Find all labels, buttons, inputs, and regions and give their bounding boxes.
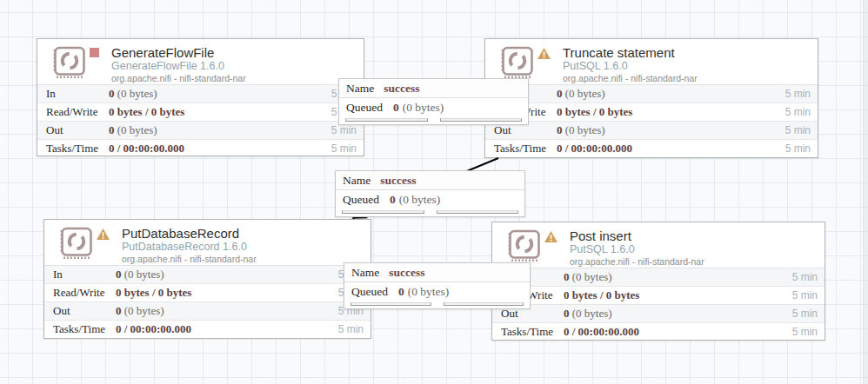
- stat-label: Tasks/Time: [37, 142, 109, 156]
- processor-stamp-icon: [50, 45, 88, 80]
- queue-count-bar: [345, 118, 428, 122]
- stat-value: 0 bytes / 0 bytes: [109, 105, 331, 119]
- stopped-icon: [90, 48, 99, 57]
- connection-queued-key: Queued: [346, 101, 383, 115]
- processor-putdatabaserecord[interactable]: PutDatabaseRecord PutDatabaseRecord 1.6.…: [43, 219, 371, 339]
- processor-bundle: org.apache.nifi - nifi-standard-nar: [122, 254, 257, 265]
- stat-label: In: [44, 268, 116, 281]
- stat-window: 5 min: [785, 142, 818, 155]
- stat-row: Tasks/Time0 / 00:00:00.0005 min: [44, 320, 371, 338]
- stat-value: 0 (0 bytes): [109, 123, 331, 137]
- connection-name-key: Name: [343, 174, 371, 188]
- stat-row: Out0 (0 bytes)5 min: [492, 304, 825, 322]
- processor-header: Post insert PutSQL 1.6.0 org.apache.nifi…: [492, 222, 825, 268]
- processor-name: GenerateFlowFile: [111, 45, 246, 60]
- processor-type: PutSQL 1.6.0: [563, 60, 698, 73]
- processor-stamp-icon: [497, 45, 536, 80]
- stat-window: 5 min: [792, 289, 825, 301]
- processor-bundle: org.apache.nifi - nifi-standard-nar: [111, 73, 246, 84]
- processor-stats: In0 (0 bytes)5 minRead/Write0 bytes / 0 …: [492, 268, 825, 341]
- connection-queued-size: (0 bytes): [399, 193, 441, 207]
- stat-value: 0 / 00:00:00.000: [116, 322, 338, 336]
- stat-row: In0 (0 bytes)5 min: [492, 268, 825, 286]
- connection-name-value: success: [389, 266, 424, 280]
- queue-percent-bars: [339, 117, 528, 124]
- stat-row: In0 (0 bytes)5 min: [44, 265, 371, 283]
- nifi-canvas[interactable]: GenerateFlowFile GenerateFlowFile 1.6.0 …: [0, 0, 868, 384]
- stat-value: 0 (0 bytes): [564, 307, 792, 321]
- connection-queued-key: Queued: [343, 193, 379, 207]
- queue-percent-bars: [336, 209, 524, 216]
- connection-queued-size: (0 bytes): [403, 101, 444, 115]
- stat-window: 5 min: [792, 326, 825, 338]
- connection-queued-count: 0: [398, 285, 404, 299]
- stat-window: 5 min: [785, 106, 818, 118]
- queue-count-bar: [342, 210, 424, 214]
- connection-queued-count: 0: [390, 193, 396, 207]
- stat-window: 5 min: [331, 124, 364, 136]
- warning-icon: [544, 231, 558, 242]
- connection-name-key: Name: [346, 82, 374, 96]
- stat-value: 0 (0 bytes): [557, 123, 785, 137]
- processor-name: Truncate statement: [563, 45, 698, 60]
- connection-name-key: Name: [351, 266, 379, 280]
- connection-name-value: success: [384, 82, 419, 96]
- stat-window: 5 min: [338, 323, 371, 335]
- stat-row: In0 (0 bytes)5 min: [485, 84, 818, 103]
- stat-value: 0 (0 bytes): [109, 87, 331, 101]
- connection-label-success-3[interactable]: Name success Queued 0 (0 bytes): [344, 262, 531, 309]
- stat-value: 0 bytes / 0 bytes: [116, 286, 338, 300]
- stat-row: Tasks/Time0 / 00:00:00.0005 min: [37, 139, 364, 157]
- processor-header: GenerateFlowFile GenerateFlowFile 1.6.0 …: [37, 39, 364, 84]
- queue-percent-bars: [344, 301, 530, 308]
- connection-queued-size: (0 bytes): [408, 285, 450, 299]
- processor-name: PutDatabaseRecord: [122, 226, 257, 241]
- stat-window: 5 min: [785, 124, 818, 136]
- stat-row: In0 (0 bytes)5 min: [37, 84, 364, 103]
- processor-truncate-statement[interactable]: Truncate statement PutSQL 1.6.0 org.apac…: [484, 38, 818, 158]
- stat-window: 5 min: [785, 88, 818, 100]
- processor-stats: In0 (0 bytes)5 minRead/Write0 bytes / 0 …: [37, 84, 364, 157]
- stat-row: Tasks/Time0 / 00:00:00.0005 min: [492, 322, 825, 341]
- canvas-right-edge: [863, 0, 868, 384]
- warning-icon: [537, 48, 551, 59]
- stat-row: Read/Write0 bytes / 0 bytes5 min: [492, 286, 825, 304]
- processor-post-insert[interactable]: Post insert PutSQL 1.6.0 org.apache.nifi…: [491, 222, 825, 341]
- stat-label: Tasks/Time: [485, 142, 557, 156]
- stat-label: Out: [37, 123, 109, 137]
- connection-label-success-2[interactable]: Name success Queued 0 (0 bytes): [335, 170, 525, 217]
- stat-value: 0 bytes / 0 bytes: [557, 105, 785, 119]
- processor-type: PutSQL 1.6.0: [570, 243, 704, 256]
- stat-row: Out0 (0 bytes)5 min: [44, 301, 371, 320]
- queue-size-bar: [444, 302, 524, 306]
- processor-bundle: org.apache.nifi - nifi-standard-nar: [563, 73, 698, 84]
- processor-stamp-icon: [504, 228, 543, 263]
- processor-stats: In0 (0 bytes)5 minRead/Write0 bytes / 0 …: [485, 84, 818, 157]
- stat-label: Tasks/Time: [44, 322, 116, 336]
- queue-size-bar: [437, 210, 519, 214]
- stat-window: 5 min: [792, 308, 825, 320]
- processor-generateflowfile[interactable]: GenerateFlowFile GenerateFlowFile 1.6.0 …: [37, 38, 364, 156]
- processor-stamp-icon: [57, 226, 95, 261]
- processor-header: Truncate statement PutSQL 1.6.0 org.apac…: [485, 39, 818, 84]
- processor-stats: In0 (0 bytes)5 minRead/Write0 bytes / 0 …: [44, 265, 371, 338]
- stat-label: Out: [485, 123, 557, 137]
- processor-header: PutDatabaseRecord PutDatabaseRecord 1.6.…: [44, 220, 371, 265]
- stat-value: 0 (0 bytes): [116, 304, 338, 318]
- stat-value: 0 (0 bytes): [564, 270, 792, 284]
- stat-row: Out0 (0 bytes)5 min: [485, 121, 818, 139]
- stat-label: Tasks/Time: [492, 325, 564, 339]
- connection-name-value: success: [380, 174, 416, 188]
- stat-row: Read/Write0 bytes / 0 bytes5 min: [37, 103, 364, 121]
- queue-size-bar: [440, 118, 523, 122]
- warning-icon: [97, 228, 110, 240]
- stat-row: Read/Write0 bytes / 0 bytes5 min: [44, 283, 371, 301]
- processor-type: PutDatabaseRecord 1.6.0: [122, 241, 257, 254]
- stat-label: Read/Write: [44, 286, 116, 300]
- stat-window: 5 min: [792, 271, 825, 283]
- stat-value: 0 / 00:00:00.000: [564, 325, 792, 339]
- queue-count-bar: [351, 302, 431, 306]
- stat-label: Read/Write: [37, 105, 109, 119]
- connection-queued-count: 0: [393, 101, 399, 115]
- connection-label-success-1[interactable]: Name success Queued 0 (0 bytes): [338, 78, 529, 125]
